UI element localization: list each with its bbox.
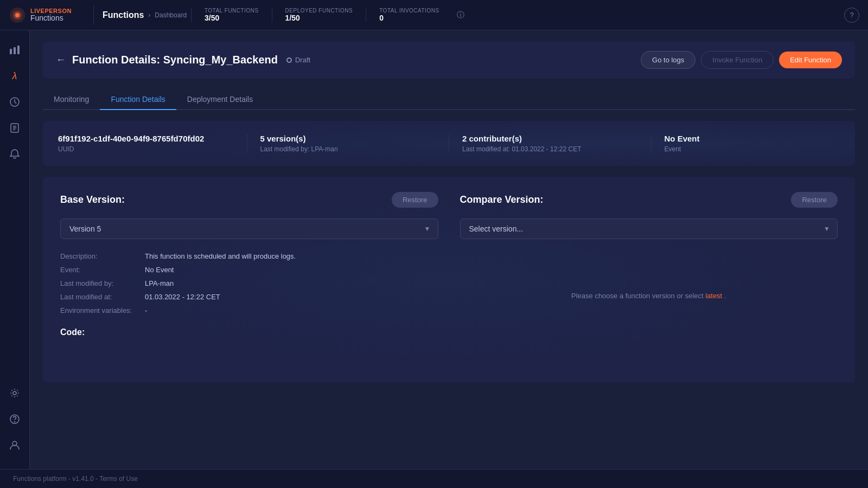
versions-value: 5 version(s)	[260, 134, 425, 143]
detail-row-description: Description: This function is scheduled …	[60, 252, 438, 260]
event-value: No Event	[665, 134, 829, 143]
contributors-modified-at: Last modified at: 01.03.2022 - 12:22 CET	[462, 145, 627, 153]
back-button[interactable]: ←	[56, 54, 66, 66]
svg-point-2	[15, 13, 20, 17]
base-version-select[interactable]: Version 1 Version 2 Version 3 Version 4 …	[60, 219, 438, 239]
tab-function-details[interactable]: Function Details	[100, 89, 176, 110]
uuid-value: 6f91f192-c1df-40e0-94f9-8765fd70fd02	[58, 134, 223, 143]
sidebar-item-analytics[interactable]	[4, 39, 25, 61]
sidebar-bottom	[4, 382, 25, 460]
info-divider-1	[247, 134, 247, 153]
help-button[interactable]: ?	[844, 8, 859, 23]
main-layout: λ	[0, 30, 868, 469]
top-navigation: LIVEPERSON Functions Functions › Dashboa…	[0, 0, 868, 30]
base-version-header: Base Version: Restore	[60, 192, 438, 208]
compare-placeholder: Please choose a function version or sele…	[460, 252, 838, 306]
base-version-col: Base Version: Restore Version 1 Version …	[60, 192, 438, 337]
svg-rect-3	[10, 49, 12, 54]
base-restore-button[interactable]: Restore	[392, 192, 438, 208]
stat-total-functions-value: 3/50	[205, 14, 259, 22]
tab-deployment-details[interactable]: Deployment Details	[176, 89, 264, 110]
svg-rect-4	[14, 47, 16, 54]
invoke-function-button[interactable]: Invoke Function	[701, 51, 774, 69]
info-col-contributors: 2 contributer(s) Last modified at: 01.03…	[462, 134, 638, 153]
sidebar-item-functions[interactable]: λ	[4, 65, 25, 87]
svg-point-13	[15, 422, 15, 422]
base-version-dropdown-wrapper: Version 1 Version 2 Version 3 Version 4 …	[60, 219, 438, 239]
modified-at-label: Last modified at:	[60, 293, 136, 301]
base-version-title: Base Version:	[60, 194, 125, 206]
event-detail-label: Event:	[60, 266, 136, 274]
page-title: Function Details: Syncing_My_Backend	[72, 54, 278, 66]
sidebar-item-help[interactable]	[4, 408, 25, 430]
go-to-logs-button[interactable]: Go to logs	[641, 51, 695, 69]
breadcrumb-title: Functions	[103, 10, 144, 20]
detail-row-modified-at: Last modified at: 01.03.2022 - 12:22 CET	[60, 293, 438, 301]
description-label: Description:	[60, 252, 136, 260]
sidebar-item-user[interactable]	[4, 434, 25, 456]
detail-row-env-vars: Environment variables: -	[60, 306, 438, 314]
breadcrumb-arrow: ›	[148, 11, 150, 19]
sidebar-item-notifications[interactable]	[4, 143, 25, 165]
compare-restore-button[interactable]: Restore	[791, 192, 838, 208]
sidebar: λ	[0, 30, 30, 469]
detail-row-event: Event: No Event	[60, 266, 438, 274]
event-label: Event	[665, 145, 829, 153]
version-columns: Base Version: Restore Version 1 Version …	[60, 192, 838, 337]
svg-rect-5	[17, 46, 20, 54]
breadcrumb: Functions › Dashboard	[103, 10, 187, 20]
stat-deployed-functions: DEPLOYED FUNCTIONS 1/50	[272, 8, 366, 22]
event-detail-value: No Event	[145, 266, 174, 274]
description-value: This function is scheduled and will prod…	[145, 252, 296, 260]
versions-modified-by: Last modified by: LPA-man	[260, 145, 425, 153]
stat-deployed-functions-label: DEPLOYED FUNCTIONS	[285, 8, 353, 14]
draft-status-label: Draft	[295, 56, 310, 64]
env-vars-label: Environment variables:	[60, 306, 136, 314]
modified-by-label: Last modified by:	[60, 279, 136, 287]
compare-placeholder-text: Please choose a function version or sele…	[571, 292, 705, 300]
stat-total-invocations: TOTAL INVOCATIONS 0	[366, 8, 452, 22]
stats-info-icon[interactable]: ⓘ	[457, 10, 464, 20]
edit-function-button[interactable]: Edit Function	[779, 52, 842, 68]
draft-status-dot	[286, 57, 292, 63]
info-col-uuid: 6f91f192-c1df-40e0-94f9-8765fd70fd02 UUI…	[58, 134, 234, 153]
uuid-label: UUID	[58, 145, 223, 153]
stat-total-functions: TOTAL FUNCTIONS 3/50	[191, 8, 272, 22]
logo: LIVEPERSON Functions	[9, 7, 72, 24]
svg-point-11	[13, 391, 16, 395]
latest-link[interactable]: latest	[705, 292, 722, 300]
compare-version-dropdown-wrapper: Select version... Version 1 Version 2 Ve…	[460, 219, 838, 239]
stat-total-invocations-value: 0	[379, 14, 439, 22]
compare-version-select[interactable]: Select version... Version 1 Version 2 Ve…	[460, 219, 838, 239]
info-divider-3	[651, 134, 652, 153]
sidebar-item-logs[interactable]	[4, 117, 25, 139]
compare-placeholder-end: .	[724, 292, 726, 300]
modified-by-value: LPA-man	[145, 279, 174, 287]
breadcrumb-subtitle: Dashboard	[155, 11, 187, 19]
info-divider-2	[449, 134, 449, 153]
stats-group: TOTAL FUNCTIONS 3/50 DEPLOYED FUNCTIONS …	[191, 8, 464, 22]
content-area: ← Function Details: Syncing_My_Backend D…	[30, 30, 868, 469]
stat-total-functions-label: TOTAL FUNCTIONS	[205, 8, 259, 14]
detail-row-modified-by: Last modified by: LPA-man	[60, 279, 438, 287]
sidebar-item-settings[interactable]	[4, 382, 25, 404]
header-actions: Go to logs Invoke Function Edit Function	[641, 51, 842, 69]
nav-divider	[93, 5, 94, 25]
footer: Functions platform - v1.41.0 - Terms of …	[0, 469, 868, 488]
info-card: 6f91f192-c1df-40e0-94f9-8765fd70fd02 UUI…	[43, 121, 855, 166]
contributors-value: 2 contributer(s)	[462, 134, 627, 143]
compare-version-header: Compare Version: Restore	[460, 192, 838, 208]
compare-version-title: Compare Version:	[460, 194, 544, 206]
sidebar-item-history[interactable]	[4, 91, 25, 113]
info-col-versions: 5 version(s) Last modified by: LPA-man	[260, 134, 436, 153]
stat-deployed-functions-value: 1/50	[285, 14, 353, 22]
draft-badge: Draft	[286, 56, 310, 64]
footer-text: Functions platform - v1.41.0 - Terms of …	[13, 475, 138, 483]
modified-at-value: 01.03.2022 - 12:22 CET	[145, 293, 220, 301]
code-section: Code:	[60, 328, 438, 337]
tab-monitoring[interactable]: Monitoring	[43, 89, 100, 110]
code-label: Code:	[60, 328, 85, 337]
tabs-bar: Monitoring Function Details Deployment D…	[43, 89, 855, 110]
version-card: Base Version: Restore Version 1 Version …	[43, 177, 855, 383]
env-vars-value: -	[145, 306, 147, 314]
